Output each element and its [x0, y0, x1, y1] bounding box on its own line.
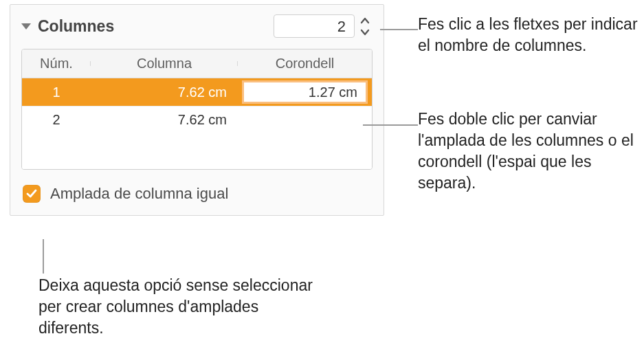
chevron-down-icon	[360, 29, 370, 36]
callout-line	[363, 124, 418, 126]
panel-title-group[interactable]: Columnes	[21, 17, 114, 36]
cell-row2-gutter[interactable]	[238, 107, 372, 133]
stepper-down-button[interactable]	[357, 26, 373, 38]
header-column: Columna	[91, 56, 238, 71]
cell-row2-width[interactable]: 7.62 cm	[91, 107, 238, 133]
gutter-editing-field[interactable]: 1.27 cm	[242, 80, 368, 104]
panel-header: Columnes 2	[21, 14, 373, 38]
table-header-row: Núm. Columna Corondell	[22, 49, 372, 78]
callout-stepper: Fes clic a les fletxes per indicar el no…	[418, 14, 638, 56]
columns-panel: Columnes 2 Núm. Columna Corondell 1 7.62…	[10, 4, 384, 216]
stepper-buttons	[357, 14, 373, 38]
callout-cell: Fes doble clic per canviar l'amplada de …	[418, 109, 641, 194]
equal-width-checkbox[interactable]	[23, 185, 41, 203]
cell-row1-gutter[interactable]: 1.27 cm	[238, 78, 372, 106]
stepper-up-button[interactable]	[357, 14, 373, 26]
cell-row1-width[interactable]: 7.62 cm	[91, 78, 238, 106]
cell-row1-num: 1	[22, 78, 91, 106]
chevron-up-icon	[360, 17, 370, 24]
cell-row2-num: 2	[22, 107, 91, 133]
columns-table: Núm. Columna Corondell 1 7.62 cm 1.27 cm…	[21, 49, 373, 170]
column-count-stepper: 2	[274, 14, 373, 38]
chevron-down-icon	[21, 23, 31, 30]
column-count-field[interactable]: 2	[274, 14, 355, 38]
panel-title: Columnes	[38, 17, 114, 36]
header-gutter: Corondell	[238, 56, 372, 71]
callout-line	[380, 29, 418, 30]
header-num: Núm.	[22, 56, 91, 71]
table-row[interactable]: 1 7.62 cm 1.27 cm	[22, 78, 372, 106]
check-icon	[25, 188, 38, 200]
callout-line	[43, 239, 44, 274]
table-empty-area	[22, 133, 372, 169]
equal-width-label: Amplada de columna igual	[50, 185, 228, 203]
callout-checkbox: Deixa aquesta opció sense seleccionar pe…	[38, 275, 327, 339]
equal-width-row[interactable]: Amplada de columna igual	[21, 185, 373, 203]
table-row[interactable]: 2 7.62 cm	[22, 106, 372, 133]
